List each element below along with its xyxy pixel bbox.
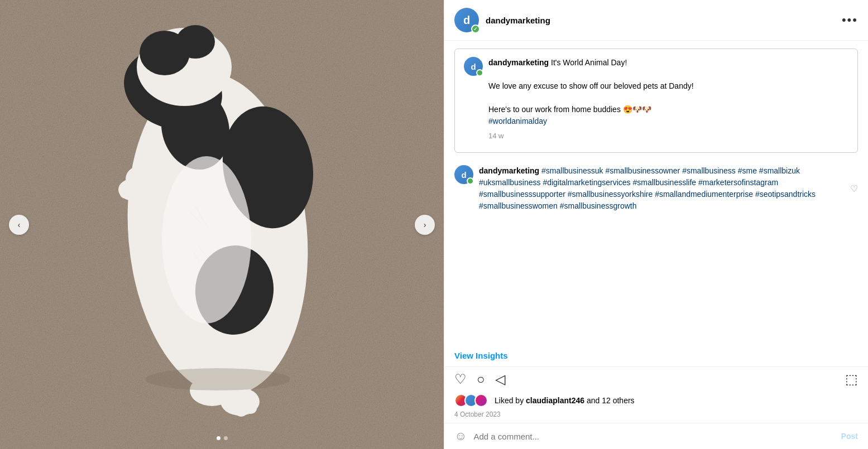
likes-avatars	[454, 394, 485, 407]
carousel-dot-1[interactable]	[217, 436, 220, 440]
comment-section: d dandymarketing #smallbusinessuk #small…	[444, 161, 868, 347]
comment-text: dandymarketing #smallbusinessuk #smallbu…	[479, 165, 845, 212]
svg-point-19	[244, 404, 257, 414]
chevron-left-icon: ‹	[18, 220, 21, 229]
more-options-button[interactable]: •••	[842, 14, 858, 26]
caption-text-line1: We love any excuse to show off our belov…	[488, 81, 694, 90]
caption-text-line2: Here's to our work from home buddies 😍🐶🐶	[488, 105, 651, 114]
caption-avatar[interactable]: d	[464, 57, 483, 76]
like-icon[interactable]: ♡	[454, 371, 467, 387]
caption-username[interactable]: dandymarketing	[488, 58, 549, 67]
chevron-right-icon: ›	[424, 220, 426, 229]
post-comment-button[interactable]: Post	[841, 432, 858, 441]
caption-box: d dandymarketing It's World Animal Day! …	[454, 49, 858, 153]
bookmark-icon[interactable]: ⬚	[845, 371, 858, 387]
carousel-arrow-left[interactable]: ‹	[9, 215, 29, 235]
svg-point-20	[162, 156, 251, 324]
svg-point-9	[176, 25, 215, 59]
action-bar: ♡ ○ ◁ ⬚	[444, 366, 868, 392]
carousel-dot-2[interactable]	[224, 436, 228, 440]
likes-text-suffix: and 12 others	[584, 396, 635, 405]
comment-username[interactable]: dandymarketing	[479, 166, 539, 175]
svg-point-14	[137, 192, 148, 201]
view-insights-link[interactable]: View Insights	[454, 351, 508, 360]
add-comment-row: ☺ Post	[444, 423, 868, 449]
caption-header: d dandymarketing It's World Animal Day! …	[464, 57, 848, 140]
comment-heart-icon[interactable]: ♡	[850, 184, 858, 194]
comment-input[interactable]	[473, 432, 834, 441]
comment-icon[interactable]: ○	[477, 371, 485, 387]
header-username[interactable]: dandymarketing	[486, 16, 550, 25]
comment-avatar-badge	[467, 177, 474, 185]
right-panel: d ✓ dandymarketing ••• d dandymarketing …	[444, 0, 868, 449]
post-header: d ✓ dandymarketing •••	[444, 0, 868, 41]
post-date: 4 October 2023	[444, 409, 868, 423]
header-user-info: d ✓ dandymarketing	[454, 8, 550, 32]
comment-item: d dandymarketing #smallbusinessuk #small…	[454, 161, 858, 216]
svg-point-26	[145, 368, 290, 390]
likes-username[interactable]: claudiaplant246	[526, 396, 584, 405]
view-insights-container: View Insights	[444, 347, 868, 366]
share-icon[interactable]: ◁	[495, 371, 505, 387]
likes-avatar-3	[474, 394, 488, 407]
caption-time: 14 w	[488, 132, 848, 140]
caption-avatar-badge	[476, 69, 483, 76]
post-image-panel: ‹ ›	[0, 0, 444, 449]
likes-text-prefix: Liked by	[495, 396, 526, 405]
comment-avatar-letter: d	[461, 170, 466, 180]
avatar-letter: d	[463, 14, 470, 27]
likes-row: Liked by claudiaplant246 and 12 others	[444, 392, 868, 409]
caption-hashtag[interactable]: #worldanimalday	[488, 117, 547, 125]
avatar-verified-badge: ✓	[471, 25, 480, 33]
carousel-dots	[217, 436, 228, 440]
comment-body: dandymarketing #smallbusinessuk #smallbu…	[479, 165, 845, 212]
caption-avatar-letter: d	[471, 62, 476, 71]
emoji-icon[interactable]: ☺	[454, 429, 467, 443]
carousel-arrow-right[interactable]: ›	[415, 215, 435, 235]
caption-content: dandymarketing It's World Animal Day! We…	[488, 57, 848, 140]
avatar[interactable]: d ✓	[454, 8, 479, 32]
caption-text-bold: It's World Animal Day!	[551, 58, 627, 67]
likes-text: Liked by claudiaplant246 and 12 others	[495, 396, 635, 405]
caption-text: dandymarketing It's World Animal Day! We…	[488, 58, 694, 125]
comment-avatar[interactable]: d	[454, 165, 473, 184]
